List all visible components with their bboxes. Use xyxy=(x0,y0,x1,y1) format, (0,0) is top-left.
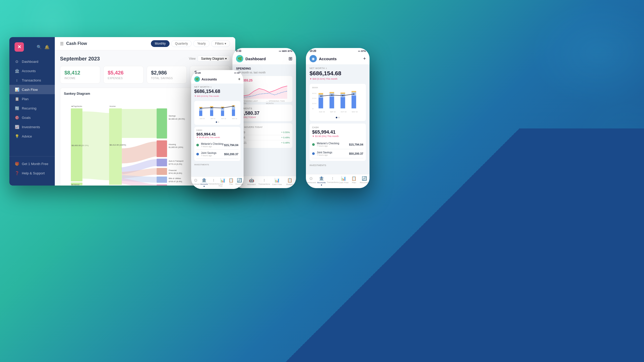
menu-icon[interactable]: ☰ xyxy=(60,41,64,46)
bottom-nav-trans-r[interactable]: ↕ Transactions xyxy=(327,176,339,186)
sidebar-item-advice[interactable]: 💡 Advice xyxy=(9,132,55,141)
svg-text:$2,986.40 (35.5%): $2,986.40 (35.5%) xyxy=(169,118,185,120)
trans-nav-label-c: Transactions xyxy=(208,183,219,185)
account-item-checking-c: Melanie's Checking 7 hours ago $15,794.0… xyxy=(196,141,238,150)
cash-label-r: CASH xyxy=(312,126,363,129)
view-label: View xyxy=(189,57,196,60)
stat-expenses: $5,426 EXPENSES xyxy=(103,66,144,84)
investments-icon: 📈 xyxy=(15,125,19,129)
accounts-nav-dot-c xyxy=(204,186,205,187)
svg-text:AUG '23: AUG '23 xyxy=(319,111,325,113)
sidebar-icon-group: 🔍 🔔 xyxy=(37,45,50,50)
transactions-nav-label: Transactions xyxy=(258,183,270,185)
bottom-nav-cf-c[interactable]: 📊 Cash Flow xyxy=(219,178,227,187)
phone-right-content: NET WORTH ℹ $686,154.68 ▼ $49 (0.01%) Th… xyxy=(306,64,370,174)
mover-2: 82.86 + 0.49% xyxy=(239,135,290,140)
svg-point-69 xyxy=(331,94,332,95)
sidebar-logo: ✕ 🔍 🔔 xyxy=(9,42,55,57)
svg-text:Auto & Transport: Auto & Transport xyxy=(169,160,184,162)
bottom-nav-trans-c[interactable]: ↕ Transactions xyxy=(208,178,219,187)
bar-chart-svg-r: $600K $400K $200K $0 AUG '23 SEP '23 xyxy=(312,90,363,116)
phone-left-header: 🌿 Dashboard ⊞ xyxy=(232,53,296,64)
filters-label: Filters xyxy=(215,42,224,45)
joint-dot-r xyxy=(312,152,315,155)
quarterly-button[interactable]: Quarterly xyxy=(171,40,192,47)
bottom-nav-transactions[interactable]: ↕ Transactions xyxy=(258,178,271,186)
cashflow-nav-icon: 📊 xyxy=(274,178,280,183)
dashboard-nav-label-r: Dashboard xyxy=(306,181,316,184)
mover-2-change: + 0.49% xyxy=(281,136,290,139)
topbar-right: Monthly Quarterly Yearly Filters ▾ xyxy=(151,40,230,47)
account-item-checking-r: Melanie's Checking 7 hours ago $15,794.0… xyxy=(312,140,363,149)
month-title: September 2023 xyxy=(60,56,100,62)
svg-point-44 xyxy=(200,108,201,109)
bottom-nav-cashflow[interactable]: 📊 Cash Flow xyxy=(271,178,283,186)
sidebar-item-label-investments: Investments xyxy=(22,125,40,129)
phone-center-add-icon[interactable]: + xyxy=(238,77,240,81)
bell-icon[interactable]: 🔔 xyxy=(44,45,50,50)
cash-section-c: CASH $65,994.41 ▼ $3.98 (0%) This month … xyxy=(194,127,240,161)
info-icon-r: ℹ xyxy=(326,67,327,70)
phone-right-avatar: ◉ xyxy=(310,55,317,62)
sidebar-item-recurring[interactable]: 🔄 Recurring xyxy=(9,104,55,113)
sidebar-item-label-dashboard: Dashboard xyxy=(22,60,38,64)
svg-rect-52 xyxy=(319,98,323,108)
svg-text:Food & Dining: Food & Dining xyxy=(169,185,181,186)
joint-name-r: Joint Savings xyxy=(317,151,332,154)
svg-text:SEP '23: SEP '23 xyxy=(330,111,336,113)
bottom-nav-assistant[interactable]: 🤖 Assistant xyxy=(245,178,258,186)
wifi-icon: WiFi xyxy=(282,50,287,52)
cf-nav-icon-c: 📊 xyxy=(220,178,225,183)
phone-right-add-icon[interactable]: + xyxy=(363,56,366,62)
sidebar-item-help[interactable]: ❓ Help & Support xyxy=(9,168,55,178)
display-wrapper: ✕ 🔍 🔔 ⊙ Dashboard 🏦 Accounts ↕ Transact xyxy=(0,0,644,362)
sankey-title: Sankey Diagram xyxy=(64,92,90,95)
bottom-nav-plan-c[interactable]: 📋 Plan xyxy=(227,178,235,187)
phone-center-screen: 10:20 ▪▪▪ 87 🌿 Accounts + NET xyxy=(191,70,244,189)
joint-info-r: Joint Savings 7 hours ago xyxy=(317,151,332,156)
phone-center-status-icons: ▪▪▪ 87 xyxy=(234,72,240,74)
plan-nav-label-c: Plan xyxy=(229,183,233,185)
net-worth-section-r: NET WORTH ℹ $686,154.68 ▼ $49 (0.01%) Th… xyxy=(310,67,366,80)
sidebar-item-goals[interactable]: 🎯 Goals xyxy=(9,113,55,122)
savings-info-c: Joint Savings 7 hours ago xyxy=(201,152,216,157)
joint-amount-r: $50,200.37 xyxy=(349,152,363,155)
checking-name-r: Melanie's Checking xyxy=(317,142,339,145)
sidebar-item-investments[interactable]: 📈 Investments xyxy=(9,122,55,132)
wifi-icon-c: 87 xyxy=(237,72,240,74)
phone-center-content: NET WORTH ℹ $686,154.68 ▼ $49 (0.01%) Th… xyxy=(191,84,244,176)
svg-text:$741.68 (8.8%): $741.68 (8.8%) xyxy=(169,172,182,174)
chart-dots-c xyxy=(196,121,238,123)
phone-right-bottom-nav: ⊙ Dashboard 🏦 Accounts ↕ Transactions 📊 … xyxy=(306,174,370,188)
sidebar-item-dashboard[interactable]: ⊙ Dashboard xyxy=(9,57,55,66)
svg-text:$0: $0 xyxy=(312,108,314,110)
search-icon[interactable]: 🔍 xyxy=(37,45,42,50)
monthly-button[interactable]: Monthly xyxy=(151,40,170,47)
svg-rect-56 xyxy=(330,97,334,108)
filters-button[interactable]: Filters ▾ xyxy=(211,40,230,47)
sidebar-item-cashflow[interactable]: 📊 Cash Flow xyxy=(9,85,55,94)
bottom-nav-plan-r[interactable]: 📋 Plan xyxy=(349,176,359,186)
phone-left-status-bar: 9:33 ▪▪▪ WiFi 87% xyxy=(232,48,296,53)
bottom-nav-cf-r[interactable]: 📊 Cash Flow xyxy=(338,176,349,186)
sidebar-item-plan[interactable]: 📋 Plan xyxy=(9,94,55,104)
account-item-savings-c: Joint Savings 7 hours ago $50,200.37 xyxy=(196,150,238,159)
bottom-nav-accounts-r[interactable]: 🏦 Accounts xyxy=(316,176,327,186)
bottom-nav-accounts-c[interactable]: 🏦 Accounts xyxy=(200,178,208,187)
chart-dots-r xyxy=(312,117,363,118)
joint-right-r: $50,200.37 xyxy=(349,152,363,155)
phone-left-grid-icon[interactable]: ⊞ xyxy=(289,56,292,62)
sidebar-item-get-free[interactable]: 🎁 Get 1 Month Free xyxy=(9,159,55,168)
view-diagram-button[interactable]: Sankey Diagram ▾ xyxy=(198,56,230,62)
investments-label-r: INVESTMENTS xyxy=(310,163,366,168)
sidebar-nav: ⊙ Dashboard 🏦 Accounts ↕ Transactions 📊 … xyxy=(9,57,55,156)
phone-center-bottom-nav: ⊙ Dashboard 🏦 Accounts ↕ Transactions 📊 … xyxy=(191,176,244,189)
checking-time-r: 7 hours ago xyxy=(317,145,339,147)
yearly-button[interactable]: Yearly xyxy=(193,40,210,47)
sidebar-item-accounts[interactable]: 🏦 Accounts xyxy=(9,66,55,76)
sidebar-item-transactions[interactable]: ↕ Transactions xyxy=(9,76,55,85)
svg-rect-40 xyxy=(232,110,235,116)
phone-left-time: 9:33 xyxy=(236,50,241,52)
spending-chart: $3,355.25 — SPENDING LAST MONTH — SPENDI… xyxy=(236,76,292,102)
phone-right-screen: 10:20 ▪▪▪ 87% ◉ Accounts + NET xyxy=(306,48,370,188)
